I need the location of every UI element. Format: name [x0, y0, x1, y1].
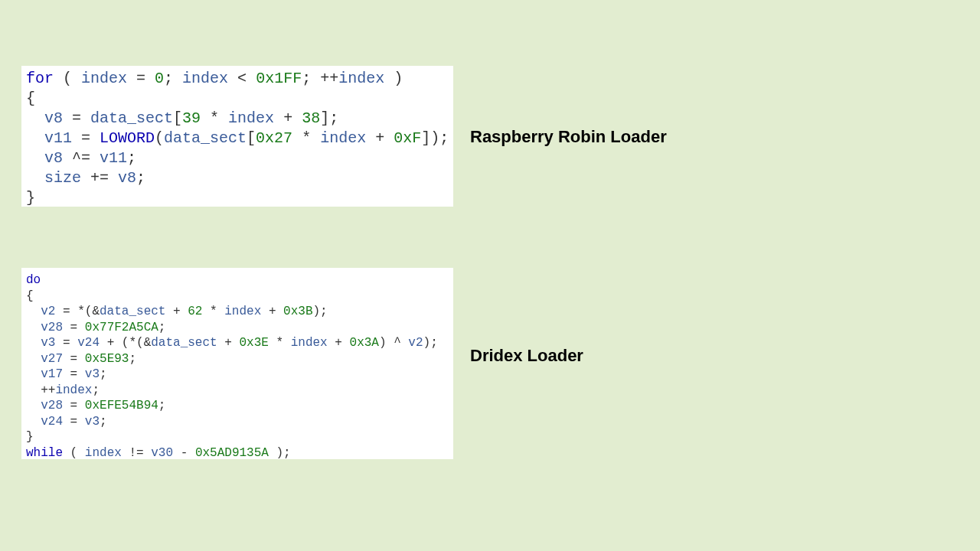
- label-raspberry-robin: Raspberry Robin Loader: [470, 127, 667, 147]
- code-block-dridex: do { v2 = *(&data_sect + 62 * index + 0x…: [21, 268, 453, 459]
- keyword-do: do: [26, 273, 41, 287]
- keyword-while: while: [26, 446, 63, 460]
- function-loword: LOWORD: [100, 129, 155, 147]
- label-dridex: Dridex Loader: [470, 346, 583, 366]
- code-block-raspberry-robin: for ( index = 0; index < 0x1FF; ++index …: [21, 66, 453, 207]
- comparison-slide: for ( index = 0; index < 0x1FF; ++index …: [0, 0, 980, 551]
- keyword-for: for: [26, 70, 54, 87]
